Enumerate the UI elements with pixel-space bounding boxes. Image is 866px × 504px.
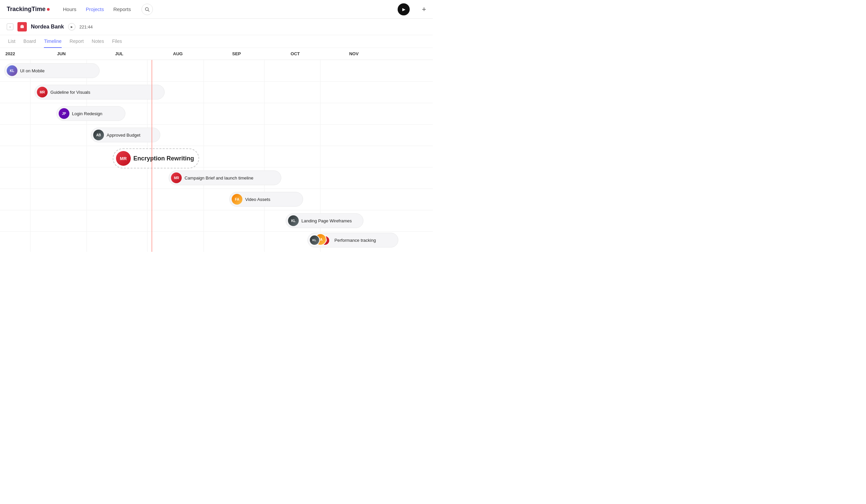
svg-rect-3	[21, 25, 23, 26]
task-login-redesign[interactable]: JP Login Redesign	[56, 106, 126, 121]
task-label-login: Login Redesign	[72, 111, 102, 116]
avatar-budget: AB	[93, 129, 104, 140]
task-label-landing: Landing Page Wireframes	[301, 218, 352, 224]
project-time: 221:44	[79, 24, 93, 30]
avatar-ui-mobile: KL	[7, 65, 18, 76]
task-label-ui-mobile: UI on Mobile	[20, 68, 45, 73]
avatar-landing: KL	[288, 215, 299, 226]
task-performance-tracking[interactable]: KL FA MR Performance tracking	[308, 233, 398, 248]
task-label-guideline: Guideline for Visuals	[50, 90, 90, 95]
avatar-p1: KL	[309, 235, 320, 245]
task-landing-page[interactable]: KL Landing Page Wireframes	[286, 213, 364, 228]
nav-projects[interactable]: Projects	[86, 5, 104, 13]
avatar-campaign: MR	[171, 172, 182, 183]
nav-reports[interactable]: Reports	[113, 5, 131, 13]
timeline-container: 2022 JUN JUL AUG SEP OCT NOV	[0, 48, 433, 252]
logo-text: TrackingTime	[7, 6, 46, 13]
month-header: 2022 JUN JUL AUG SEP OCT NOV	[0, 48, 433, 60]
month-oct: OCT	[266, 48, 324, 60]
nav-hours[interactable]: Hours	[63, 5, 76, 13]
task-label-budget: Approved Budget	[107, 133, 140, 138]
sub-tabs: List Board Timeline Report Notes Files	[0, 35, 433, 48]
month-nov: NOV	[324, 48, 383, 60]
search-button[interactable]	[142, 4, 153, 15]
project-play-button[interactable]: ▶	[68, 23, 76, 31]
avatar-guideline: MR	[37, 87, 48, 98]
logo-dot	[47, 8, 49, 11]
project-icon-svg	[20, 24, 24, 29]
task-label-encryption: Encryption Rewriting	[133, 155, 194, 162]
grid-line-5	[264, 60, 265, 252]
tab-timeline[interactable]: Timeline	[44, 35, 62, 48]
month-jun: JUN	[33, 48, 90, 60]
task-label-video: Video Assets	[245, 197, 270, 202]
task-approved-budget[interactable]: AB Approved Budget	[91, 128, 160, 142]
tab-list[interactable]: List	[8, 35, 15, 48]
tab-board[interactable]: Board	[23, 35, 36, 48]
month-jul: JUL	[90, 48, 148, 60]
project-header: › Nordea Bank ▶ 221:44	[0, 19, 433, 35]
avatar-video: FA	[232, 194, 242, 205]
task-label-campaign: Campaign Brief and launch timeline	[185, 175, 253, 181]
task-guideline-visuals[interactable]: MR Guideline for Visuals	[34, 85, 164, 100]
project-icon	[18, 22, 27, 32]
month-year: 2022	[3, 48, 33, 60]
expand-button[interactable]: ›	[7, 23, 13, 30]
gantt-area: KL UI on Mobile MR Guideline for Visuals…	[0, 60, 433, 252]
svg-line-1	[148, 10, 149, 11]
avatar-encryption: MR	[116, 151, 131, 166]
play-icon: ▶	[402, 7, 406, 12]
task-video-assets[interactable]: FA Video Assets	[229, 192, 303, 207]
task-campaign-brief[interactable]: MR Campaign Brief and launch timeline	[169, 170, 281, 185]
grid-line-1	[30, 60, 31, 252]
month-aug: AUG	[148, 48, 207, 60]
tab-notes[interactable]: Notes	[92, 35, 104, 48]
svg-rect-2	[21, 25, 24, 28]
current-time-line	[152, 60, 152, 252]
task-ui-on-mobile[interactable]: KL UI on Mobile	[4, 63, 100, 78]
top-nav: TrackingTime Hours Projects Reports ▶ +	[0, 0, 433, 19]
project-name: Nordea Bank	[31, 24, 64, 30]
month-sep: SEP	[207, 48, 266, 60]
avatar-login: JP	[59, 108, 69, 119]
search-icon	[145, 7, 149, 12]
global-play-button[interactable]: ▶	[398, 3, 410, 15]
grid-line-4	[203, 60, 204, 252]
add-button[interactable]: +	[422, 5, 426, 14]
task-encryption-rewriting[interactable]: MR Encryption Rewriting	[113, 148, 199, 169]
app-logo[interactable]: TrackingTime	[7, 6, 49, 13]
tab-report[interactable]: Report	[70, 35, 84, 48]
task-label-performance: Performance tracking	[335, 238, 376, 243]
tab-files[interactable]: Files	[112, 35, 122, 48]
avatar-group-performance: KL FA MR	[309, 233, 332, 248]
